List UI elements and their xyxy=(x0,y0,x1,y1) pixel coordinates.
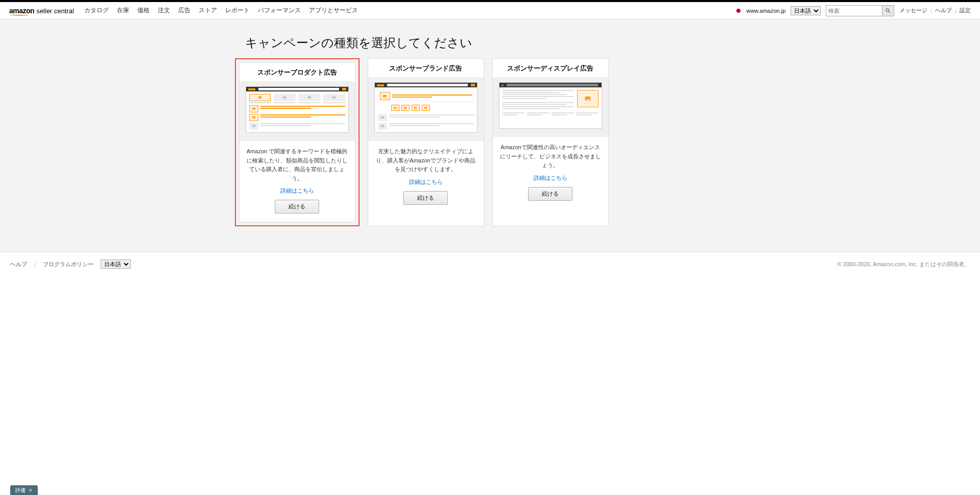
preview-bar xyxy=(507,84,598,86)
continue-button[interactable]: 続ける xyxy=(275,200,319,214)
search-wrap xyxy=(826,5,894,16)
logo-seller-central: seller central xyxy=(36,7,74,15)
image-icon xyxy=(332,96,336,100)
card-title: スポンサーブランド広告 xyxy=(368,59,484,77)
header-right: www.amazon.jp 日本語 メッセージ | ヘルプ | 設定 xyxy=(736,5,971,16)
image-icon xyxy=(282,96,286,100)
nav-catalog[interactable]: カタログ xyxy=(84,6,109,15)
footer-copyright: © 2000-2020, Amazon.com, Inc. またはその関係者。 xyxy=(838,261,970,268)
logo-amazon: amazon xyxy=(9,7,34,15)
footer-left: ヘルプ | プログラムポリシー 日本語 xyxy=(10,260,131,269)
image-icon xyxy=(383,94,387,99)
image-icon xyxy=(424,106,427,110)
logo[interactable]: amazon seller central xyxy=(9,7,74,15)
preview-body xyxy=(375,87,477,132)
preview-box xyxy=(499,82,602,129)
image-icon xyxy=(252,115,256,120)
image-icon xyxy=(584,95,591,102)
preview-header xyxy=(499,83,602,87)
nav-performance[interactable]: パフォーマンス xyxy=(258,6,301,15)
marketplace-label[interactable]: www.amazon.jp xyxy=(746,8,785,14)
header-links: メッセージ | ヘルプ | 設定 xyxy=(899,7,971,14)
card-title: スポンサープロダクト広告 xyxy=(240,63,355,81)
card-description: 充実した魅力的なクリエイティブにより、購入客がAmazonでブランドや商品を見つ… xyxy=(368,141,484,177)
main-nav: カタログ 在庫 価格 注文 広告 ストア レポート パフォーマンス アプリとサー… xyxy=(84,6,358,15)
header: amazon seller central カタログ 在庫 価格 注文 広告 ス… xyxy=(0,2,980,19)
nav-stores[interactable]: ストア xyxy=(199,6,217,15)
footer-help-link[interactable]: ヘルプ xyxy=(10,261,27,268)
footer-language-select[interactable]: 日本語 xyxy=(101,260,131,269)
preview-header xyxy=(246,87,348,91)
nav-pricing[interactable]: 価格 xyxy=(137,6,150,15)
footer: ヘルプ | プログラムポリシー 日本語 © 2000-2020, Amazon.… xyxy=(0,252,980,276)
image-icon xyxy=(252,107,256,111)
nav-orders[interactable]: 注文 xyxy=(158,6,170,15)
card-sponsored-brands[interactable]: スポンサーブランド広告 xyxy=(368,58,484,226)
content: キャンペーンの種類を選択してください スポンサープロダクト広告 xyxy=(235,19,746,226)
preview-search-bar xyxy=(387,84,468,86)
card-description: Amazonで関連性の高いオーディエンスにリーチして、ビジネスを成長させましょう… xyxy=(493,137,608,173)
card-learn-more-link[interactable]: 詳細はこちら xyxy=(240,186,355,200)
image-icon xyxy=(393,106,397,110)
preview-box xyxy=(374,82,477,133)
divider: | xyxy=(955,8,957,14)
search-button[interactable] xyxy=(882,5,894,16)
link-settings[interactable]: 設定 xyxy=(960,7,971,14)
preview-search-btn xyxy=(471,84,475,86)
nav-apps[interactable]: アプリとサービス xyxy=(309,6,358,15)
preview-body xyxy=(499,87,602,128)
card-sponsored-products[interactable]: スポンサープロダクト広告 xyxy=(239,62,355,222)
image-icon xyxy=(258,96,262,100)
page-title: キャンペーンの種類を選択してください xyxy=(245,35,746,51)
link-messages[interactable]: メッセージ xyxy=(899,7,927,14)
flag-japan-icon xyxy=(736,8,741,13)
search-input[interactable] xyxy=(826,5,882,16)
nav-advertising[interactable]: 広告 xyxy=(178,6,190,15)
card-description: Amazon で関連するキーワードを積極的に検索したり、類似商品を閲覧したりして… xyxy=(240,141,355,186)
search-icon xyxy=(885,8,891,14)
footer-policy-link[interactable]: プログラムポリシー xyxy=(43,261,93,268)
divider: | xyxy=(34,261,36,267)
preview-search-btn xyxy=(342,88,346,90)
continue-button[interactable]: 続ける xyxy=(528,187,572,201)
image-icon xyxy=(252,124,256,128)
image-icon xyxy=(380,115,385,120)
card-preview xyxy=(493,77,608,137)
preview-box xyxy=(246,86,349,133)
preview-logo-icon xyxy=(377,84,384,86)
preview-logo-icon xyxy=(248,88,255,90)
card-learn-more-link[interactable]: 詳細はこちら xyxy=(493,173,608,187)
campaign-cards: スポンサープロダクト広告 xyxy=(235,58,746,226)
card-preview xyxy=(368,77,484,141)
link-help[interactable]: ヘルプ xyxy=(935,7,952,14)
card-sponsored-display[interactable]: スポンサーディスプレイ広告 xyxy=(492,58,609,226)
language-select[interactable]: 日本語 xyxy=(791,6,821,15)
image-icon xyxy=(403,106,407,110)
image-icon xyxy=(307,96,312,100)
divider: | xyxy=(930,8,932,14)
card-title: スポンサーディスプレイ広告 xyxy=(493,59,608,77)
image-icon xyxy=(380,124,385,128)
highlight-box: スポンサープロダクト広告 xyxy=(235,58,360,226)
continue-button[interactable]: 続ける xyxy=(403,191,448,205)
nav-inventory[interactable]: 在庫 xyxy=(117,6,129,15)
preview-search-bar xyxy=(258,88,339,90)
preview-dot-icon xyxy=(501,84,504,86)
nav-reports[interactable]: レポート xyxy=(225,6,250,15)
card-preview xyxy=(240,81,355,141)
preview-header xyxy=(375,83,477,87)
page-body: キャンペーンの種類を選択してください スポンサープロダクト広告 xyxy=(0,19,980,252)
preview-body xyxy=(246,91,348,132)
image-icon xyxy=(414,106,417,110)
card-learn-more-link[interactable]: 詳細はこちら xyxy=(368,177,484,191)
